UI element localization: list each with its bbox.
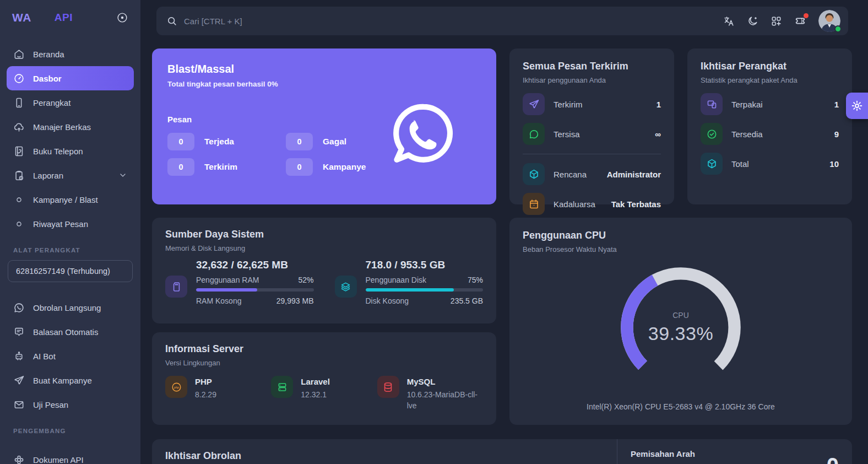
sidebar-item-manajer-berkas[interactable]: Manajer Berkas [7, 115, 134, 139]
ram-usage-label: Penggunaan RAM [196, 276, 259, 284]
ram-headline: 32,632 / 62,625 MB [196, 259, 314, 271]
server-version: 12.32.1 [301, 390, 330, 401]
sidebar-toggle-button[interactable] [116, 12, 128, 24]
resources-card: Sumber Daya Sistem Memori & Disk Langsun… [152, 218, 496, 323]
sidebar-item-perangkat[interactable]: Perangkat [7, 90, 134, 115]
stat-label: Terjeda [204, 137, 234, 147]
stat-value: 0 [167, 158, 194, 176]
sidebar-item-uji-pesan[interactable]: Uji Pesan [7, 392, 134, 417]
stat-label: Terkirim [204, 162, 237, 172]
notification-dot [804, 13, 809, 18]
divider [523, 154, 661, 154]
chat-title: Ikhtisar Obrolan [165, 450, 604, 462]
row-tersisa: Tersisa ∞ [523, 123, 661, 145]
direction-value: 0 [827, 455, 839, 464]
server-name: PHP [195, 377, 216, 386]
moon-icon [747, 15, 758, 27]
row-value: 1 [657, 100, 661, 109]
sidebar-item-dasbor[interactable]: Dasbor [7, 66, 134, 90]
user-avatar[interactable] [818, 10, 840, 32]
search-input[interactable] [184, 17, 415, 26]
sidebar-item-buat-kampanye[interactable]: Buat Kampanye [7, 368, 134, 392]
server-name: MySQL [407, 377, 479, 386]
row-system: Sumber Daya Sistem Memori & Disk Langsun… [152, 218, 852, 425]
resources-subtitle: Memori & Disk Langsung [165, 244, 483, 252]
row-value: 1 [834, 100, 839, 109]
gear-icon [851, 100, 863, 112]
apps-button[interactable] [771, 15, 782, 27]
smartphone-icon [13, 97, 25, 109]
report-icon [13, 170, 25, 181]
nav-label: AI Bot [33, 352, 56, 361]
sidebar-item-ai-bot[interactable]: AI Bot [7, 344, 134, 368]
row-rencana: Rencana Administrator [523, 163, 661, 185]
messages-title: Semua Pesan Terkirim [523, 61, 661, 72]
server-name: Laravel [301, 377, 330, 386]
record-circle-icon [116, 12, 128, 24]
app-root: WA API Beranda Dasbor Perangkat Manajer … [0, 0, 868, 464]
ram-free-label: RAM Kosong [196, 296, 241, 305]
nav-label: Beranda [33, 50, 64, 59]
apps-grid-icon [771, 15, 782, 27]
chevron-down-icon [118, 171, 127, 180]
server-version: 8.2.29 [195, 390, 216, 401]
blast-title: Blast/Massal [167, 63, 481, 75]
nav-label: Balasan Otomatis [33, 327, 98, 337]
dark-mode-button[interactable] [747, 15, 758, 27]
laravel-server-icon [271, 376, 293, 398]
language-button[interactable] [723, 15, 735, 27]
section-label-alat-perangkat: ALAT PERANGKAT [0, 236, 140, 259]
sidebar-item-beranda[interactable]: Beranda [7, 42, 134, 66]
server-item-mysql: MySQL 10.6.23-MariaDB-cll-lve [377, 376, 483, 411]
row-value: Administrator [607, 170, 661, 179]
api-icon [13, 454, 25, 464]
cpu-title: Penggunaan CPU [523, 230, 839, 241]
disk-percent: 75% [468, 276, 483, 284]
messages-card: Semua Pesan Terkirim Ikhtisar penggunaan… [509, 48, 674, 204]
sidebar-item-riwayat-pesan[interactable]: Riwayat Pesan [7, 212, 134, 236]
row-label: Tersedia [731, 130, 763, 139]
bot-icon [13, 350, 25, 362]
row-value: 10 [829, 159, 839, 169]
device-select[interactable]: 62816257149 (Terhubung) [8, 260, 133, 282]
chat-bubble-icon [523, 123, 545, 145]
ram-progress-fill [196, 288, 257, 292]
left-column: Sumber Daya Sistem Memori & Disk Langsun… [152, 218, 496, 425]
sidebar-item-kampanye-blast[interactable]: Kampanye / Blast [7, 187, 134, 212]
disk-free-value: 235.5 GB [451, 296, 483, 305]
auto-reply-icon [13, 326, 25, 338]
server-subtitle: Versi Lingkungan [165, 359, 483, 367]
ticket-button[interactable] [794, 15, 806, 27]
cpu-card: Penggunaan CPU Beban Prosesor Waktu Nyat… [509, 218, 852, 425]
cpu-gauge-value: 39.33% [648, 323, 713, 344]
ram-icon [165, 276, 187, 298]
sidebar-item-obrolan-langsung[interactable]: Obrolan Langsung [7, 295, 134, 320]
disk-progress-fill [366, 288, 454, 292]
brand-api: API [55, 12, 73, 24]
sidebar-item-dokumen-api[interactable]: Dokumen API [7, 447, 134, 464]
disk-headline: 718.0 / 953.5 GB [366, 259, 484, 271]
messages-subtitle: Ikhtisar penggunaan Anda [523, 76, 661, 84]
cpu-subtitle: Beban Prosesor Waktu Nyata [523, 245, 839, 253]
bullet-circle-icon [14, 219, 24, 229]
row-label: Tersisa [554, 130, 580, 139]
disk-progressbar [366, 288, 484, 292]
sidebar-item-buku-telepon[interactable]: Buku Telepon [7, 139, 134, 163]
search-icon [166, 15, 177, 26]
row-label: Terkirim [554, 100, 583, 109]
settings-fab-button[interactable] [846, 93, 868, 119]
nav-label: Buat Kampanye [33, 376, 92, 385]
check-circle-icon [701, 123, 723, 145]
sidebar-item-balasan-otomatis[interactable]: Balasan Otomatis [7, 320, 134, 344]
whatsapp-icon [13, 302, 25, 314]
nav-label: Laporan [33, 171, 63, 180]
direction-title: Pemisahan Arah [631, 449, 695, 458]
cube-icon [523, 163, 545, 185]
sidebar-item-laporan[interactable]: Laporan [7, 163, 134, 187]
campaign-send-icon [13, 375, 25, 386]
gauge-icon [13, 73, 25, 84]
row-label: Total [731, 159, 749, 169]
blast-card: Blast/Massal Total tingkat pesan berhasi… [152, 48, 496, 204]
main-area: Blast/Massal Total tingkat pesan berhasi… [140, 0, 868, 464]
stat-value: 0 [286, 133, 313, 150]
